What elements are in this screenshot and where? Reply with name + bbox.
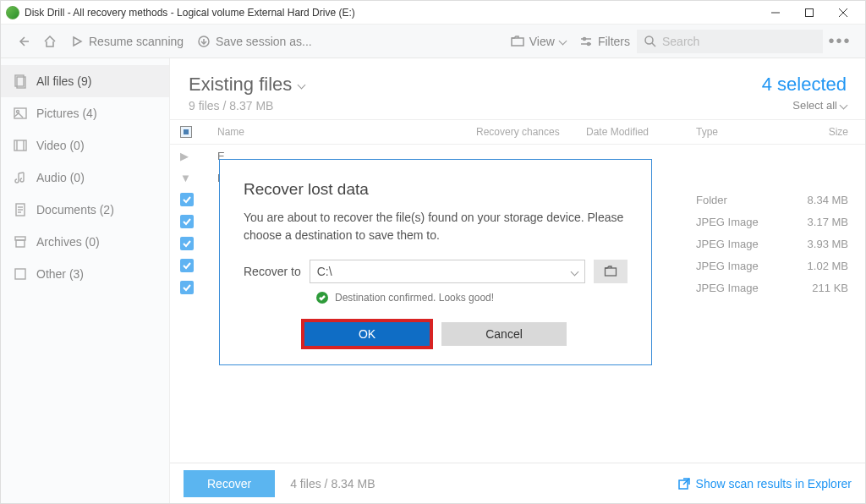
svg-rect-18 bbox=[14, 140, 26, 151]
toolbar: Resume scanning Save session as... View … bbox=[1, 25, 865, 58]
svg-rect-16 bbox=[14, 108, 26, 118]
svg-line-21 bbox=[19, 173, 24, 173]
archive-icon bbox=[13, 234, 28, 249]
row-checkbox[interactable] bbox=[180, 193, 194, 206]
folder-icon bbox=[604, 265, 617, 278]
sidebar-item-other[interactable]: Other (3) bbox=[1, 258, 169, 290]
window-minimize-button[interactable] bbox=[759, 3, 792, 23]
search-input[interactable]: Search bbox=[637, 30, 823, 53]
back-button[interactable] bbox=[9, 25, 36, 58]
column-size[interactable]: Size bbox=[789, 126, 865, 138]
sidebar-item-documents[interactable]: Documents (2) bbox=[1, 194, 169, 226]
play-icon bbox=[70, 35, 84, 48]
browse-folder-button[interactable] bbox=[594, 260, 628, 283]
column-name[interactable]: Name bbox=[200, 126, 476, 138]
svg-rect-1 bbox=[806, 8, 814, 16]
more-icon: ••• bbox=[828, 31, 851, 51]
close-icon bbox=[839, 8, 847, 17]
selected-count: 4 selected bbox=[762, 74, 847, 96]
chevron-down-icon bbox=[571, 267, 579, 276]
home-icon bbox=[43, 35, 57, 48]
minimize-icon bbox=[771, 8, 780, 17]
more-menu[interactable]: ••• bbox=[823, 31, 857, 51]
sidebar-item-pictures[interactable]: Pictures (4) bbox=[1, 97, 169, 129]
sidebar-item-audio[interactable]: Audio (0) bbox=[1, 162, 169, 194]
destination-dropdown[interactable]: C:\ bbox=[310, 260, 585, 283]
sidebar: All files (9) Pictures (4) Video (0) Aud… bbox=[1, 58, 170, 503]
expand-icon[interactable]: ▶ bbox=[180, 150, 200, 162]
svg-line-30 bbox=[683, 479, 689, 485]
svg-rect-28 bbox=[15, 269, 25, 279]
dialog-body: You are about to recover the file(s) fou… bbox=[244, 209, 628, 244]
sidebar-item-all-files[interactable]: All files (9) bbox=[1, 65, 169, 97]
recover-dialog: Recover lost data You are about to recov… bbox=[219, 159, 652, 365]
download-icon bbox=[197, 35, 211, 48]
column-type[interactable]: Type bbox=[696, 126, 789, 138]
content-subtitle: 9 files / 8.37 MB bbox=[189, 99, 304, 112]
recover-to-label: Recover to bbox=[244, 265, 301, 278]
home-button[interactable] bbox=[36, 25, 63, 58]
svg-rect-31 bbox=[606, 268, 617, 276]
ok-button[interactable]: OK bbox=[304, 322, 430, 346]
destination-status: Destination confirmed. Looks good! bbox=[316, 292, 628, 304]
svg-point-12 bbox=[645, 36, 653, 44]
show-in-explorer-link[interactable]: Show scan results in Explorer bbox=[677, 477, 852, 490]
dialog-title: Recover lost data bbox=[244, 180, 628, 199]
select-all-link[interactable]: Select all bbox=[762, 99, 847, 112]
files-icon bbox=[13, 74, 28, 89]
picture-icon bbox=[13, 106, 28, 121]
recover-button[interactable]: Recover bbox=[184, 470, 275, 497]
content-title[interactable]: Existing files bbox=[189, 74, 304, 96]
maximize-icon bbox=[805, 8, 814, 17]
audio-icon bbox=[13, 170, 28, 185]
sidebar-item-archives[interactable]: Archives (0) bbox=[1, 226, 169, 258]
cancel-button[interactable]: Cancel bbox=[441, 322, 567, 346]
table-header: Name Recovery chances Date Modified Type… bbox=[170, 119, 865, 145]
window-title: Disk Drill - All recovery methods - Logi… bbox=[25, 7, 355, 19]
document-icon bbox=[13, 202, 28, 217]
svg-point-17 bbox=[17, 111, 19, 113]
chevron-down-icon bbox=[298, 80, 306, 89]
app-icon bbox=[6, 6, 19, 19]
chevron-down-icon bbox=[840, 101, 848, 110]
sliders-icon bbox=[579, 35, 593, 48]
sidebar-item-video[interactable]: Video (0) bbox=[1, 129, 169, 162]
arrow-left-icon bbox=[16, 35, 30, 48]
window-maximize-button[interactable] bbox=[792, 3, 826, 23]
titlebar: Disk Drill - All recovery methods - Logi… bbox=[1, 1, 865, 25]
footer: Recover 4 files / 8.34 MB Show scan resu… bbox=[170, 463, 865, 503]
collapse-icon[interactable]: ▼ bbox=[180, 172, 200, 184]
svg-marker-5 bbox=[74, 37, 81, 46]
resume-scanning-button[interactable]: Resume scanning bbox=[63, 25, 190, 58]
svg-rect-27 bbox=[16, 240, 25, 247]
check-circle-icon bbox=[316, 292, 328, 304]
svg-rect-7 bbox=[512, 38, 523, 46]
column-recovery[interactable]: Recovery chances bbox=[476, 126, 586, 138]
column-date[interactable]: Date Modified bbox=[586, 126, 696, 138]
view-dropdown[interactable]: View bbox=[504, 25, 573, 58]
other-icon bbox=[13, 266, 28, 282]
row-checkbox[interactable] bbox=[180, 281, 194, 294]
video-icon bbox=[13, 138, 28, 153]
svg-line-13 bbox=[652, 43, 655, 47]
row-checkbox[interactable] bbox=[180, 237, 194, 250]
save-session-button[interactable]: Save session as... bbox=[190, 25, 319, 58]
chevron-down-icon bbox=[558, 37, 567, 46]
external-link-icon bbox=[677, 477, 691, 490]
filters-button[interactable]: Filters bbox=[573, 25, 637, 58]
footer-stats: 4 files / 8.34 MB bbox=[290, 477, 375, 490]
window-close-button[interactable] bbox=[826, 3, 860, 23]
row-checkbox[interactable] bbox=[180, 259, 194, 272]
folder-icon bbox=[511, 35, 524, 48]
search-icon bbox=[644, 35, 657, 48]
select-all-checkbox[interactable] bbox=[180, 126, 192, 138]
row-checkbox[interactable] bbox=[180, 215, 194, 228]
